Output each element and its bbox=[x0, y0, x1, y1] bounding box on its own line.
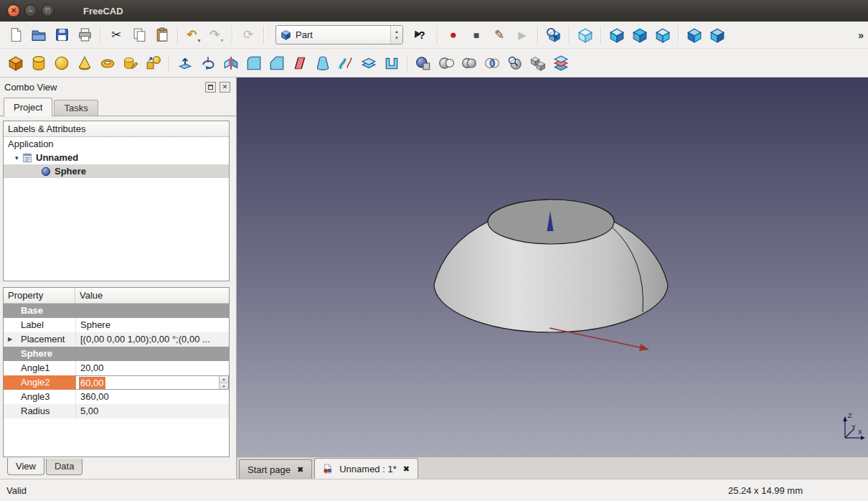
new-document-button[interactable] bbox=[4, 24, 27, 46]
part-offset-button[interactable] bbox=[357, 52, 380, 74]
part-mirror-button[interactable] bbox=[220, 52, 242, 74]
expander-open-icon[interactable]: ▾ bbox=[15, 154, 22, 161]
view-front-button[interactable] bbox=[605, 24, 628, 46]
tree-item-sphere-label: Sphere bbox=[55, 166, 86, 177]
view-left-button[interactable] bbox=[706, 24, 729, 46]
part-fillet-button[interactable] bbox=[242, 52, 265, 74]
window-minimize-button[interactable]: – bbox=[24, 4, 37, 17]
toolbar-overflow-button[interactable]: » bbox=[858, 29, 864, 41]
column-value[interactable]: Value bbox=[75, 288, 229, 303]
view-right-button[interactable] bbox=[651, 24, 674, 46]
fit-all-button[interactable] bbox=[542, 24, 565, 46]
close-tab-icon[interactable]: ✖ bbox=[403, 464, 410, 474]
part-extrude-button[interactable] bbox=[174, 52, 197, 74]
view-top-button[interactable] bbox=[628, 24, 651, 46]
undo-dropdown-icon[interactable]: ▾ bbox=[198, 37, 201, 46]
print-button[interactable] bbox=[73, 24, 96, 46]
workbench-spinner[interactable]: ▲ ▼ bbox=[390, 26, 402, 44]
part-compound-button[interactable] bbox=[527, 52, 549, 74]
tab-start-page[interactable]: Start page ✖ bbox=[239, 459, 312, 479]
part-ruled-surface-button[interactable] bbox=[288, 52, 311, 74]
part-cross-sections-button[interactable] bbox=[549, 52, 572, 74]
part-box-button[interactable] bbox=[4, 52, 27, 74]
property-value[interactable]: 5,00 bbox=[75, 404, 229, 418]
part-torus-button[interactable] bbox=[96, 52, 119, 74]
workbench-selector[interactable]: Part ▲ ▼ bbox=[275, 25, 403, 45]
angle2-value-editor[interactable]: 60,00 ▲ ▼ bbox=[75, 375, 229, 390]
tree-item-sphere[interactable]: Sphere bbox=[4, 164, 229, 178]
whats-this-button[interactable]: ? bbox=[410, 24, 433, 46]
part-check-geometry-button[interactable] bbox=[504, 52, 527, 74]
tab-document-unnamed[interactable]: Unnamed : 1* ✖ bbox=[314, 458, 418, 479]
property-group-base[interactable]: Base bbox=[4, 304, 229, 318]
property-row-label[interactable]: Label Sphere bbox=[4, 318, 229, 332]
tab-data[interactable]: Data bbox=[46, 459, 82, 475]
property-row-angle1[interactable]: Angle1 20,00 bbox=[4, 361, 229, 375]
property-value[interactable]: [(0,00 0,00 1,00);0,00 °;(0,00 ... bbox=[75, 332, 229, 347]
part-boolean-button[interactable] bbox=[412, 52, 435, 74]
part-loft-button[interactable] bbox=[311, 52, 334, 74]
part-sphere-button[interactable] bbox=[50, 52, 73, 74]
property-value[interactable]: Sphere bbox=[75, 318, 229, 332]
window-maximize-button[interactable]: □ bbox=[42, 4, 55, 17]
paste-button[interactable] bbox=[151, 24, 174, 46]
part-thickness-button[interactable] bbox=[380, 52, 403, 74]
cursor-dimensions: 25.24 x 14.99 mm bbox=[728, 485, 803, 496]
macro-stop-button[interactable]: ■ bbox=[465, 24, 488, 46]
spin-down-icon[interactable]: ▼ bbox=[220, 383, 228, 390]
close-tab-icon[interactable]: ✖ bbox=[297, 465, 303, 474]
3d-scene[interactable]: Z Y X bbox=[237, 78, 868, 456]
tab-view[interactable]: View bbox=[7, 458, 44, 475]
view-rear-button[interactable] bbox=[683, 24, 706, 46]
property-value[interactable]: 20,00 bbox=[75, 361, 229, 375]
part-sweep-icon bbox=[338, 55, 354, 71]
angle2-spinner[interactable]: ▲ ▼ bbox=[219, 376, 228, 389]
save-button[interactable] bbox=[50, 24, 73, 46]
part-revolve-button[interactable] bbox=[197, 52, 220, 74]
tab-project[interactable]: Project bbox=[4, 98, 52, 116]
tab-tasks[interactable]: Tasks bbox=[54, 100, 98, 116]
part-common-button[interactable] bbox=[481, 52, 504, 74]
property-value[interactable]: 360,00 bbox=[75, 390, 229, 404]
property-row-angle3[interactable]: Angle3 360,00 bbox=[4, 390, 229, 404]
part-cone-button[interactable] bbox=[73, 52, 96, 74]
column-property[interactable]: Property bbox=[4, 288, 75, 303]
property-group-sphere[interactable]: Sphere bbox=[4, 347, 229, 361]
part-primitives-button[interactable] bbox=[119, 52, 142, 74]
part-sweep-button[interactable] bbox=[334, 52, 357, 74]
window-close-button[interactable]: ✕ bbox=[7, 4, 20, 17]
macro-edit-button[interactable]: ✎ bbox=[488, 24, 511, 46]
part-union-button[interactable] bbox=[458, 52, 481, 74]
cut-button[interactable]: ✂ bbox=[105, 24, 128, 46]
combo-view-tabs: Project Tasks bbox=[0, 96, 236, 116]
copy-button[interactable] bbox=[128, 24, 151, 46]
window-close-icon: ✕ bbox=[11, 7, 16, 14]
open-document-button[interactable] bbox=[27, 24, 50, 46]
refresh-button[interactable]: ⟳ bbox=[237, 24, 260, 46]
part-cylinder-button[interactable] bbox=[27, 52, 50, 74]
property-row-placement[interactable]: ▶ Placement [(0,00 0,00 1,00);0,00 °;(0,… bbox=[4, 332, 229, 347]
part-extrude-icon bbox=[177, 55, 193, 71]
redo-dropdown-icon[interactable]: ▾ bbox=[221, 37, 224, 46]
property-row-angle2[interactable]: Angle2 60,00 ▲ ▼ bbox=[4, 375, 229, 390]
property-row-radius[interactable]: Radius 5,00 bbox=[4, 404, 229, 418]
panel-splitter[interactable] bbox=[0, 281, 236, 287]
3d-viewport[interactable]: Z Y X Start page ✖ Unnamed : 1* ✖ bbox=[237, 78, 868, 479]
edit-macro-icon: ✎ bbox=[494, 29, 504, 41]
tree-item-application[interactable]: Application bbox=[4, 137, 229, 151]
close-panel-button[interactable]: ✕ bbox=[220, 82, 230, 93]
expander-closed-icon[interactable]: ▶ bbox=[8, 336, 12, 342]
undo-button[interactable]: ↶ ▾ bbox=[182, 24, 205, 46]
part-chamfer-button[interactable] bbox=[265, 52, 288, 74]
tree-item-document[interactable]: ▾ Unnamed bbox=[4, 151, 229, 164]
spin-up-icon[interactable]: ▲ bbox=[220, 376, 228, 383]
axonometric-view-button[interactable] bbox=[574, 24, 597, 46]
part-cut-button[interactable] bbox=[435, 52, 458, 74]
part-cone-icon bbox=[77, 55, 93, 71]
redo-button[interactable]: ↷ ▾ bbox=[205, 24, 228, 46]
float-panel-button[interactable] bbox=[205, 82, 216, 93]
angle2-value-text[interactable]: 60,00 bbox=[79, 377, 105, 389]
macro-execute-button[interactable]: ▶ bbox=[511, 24, 534, 46]
part-shape-builder-button[interactable] bbox=[142, 52, 165, 74]
macro-record-button[interactable]: ● bbox=[442, 24, 465, 46]
